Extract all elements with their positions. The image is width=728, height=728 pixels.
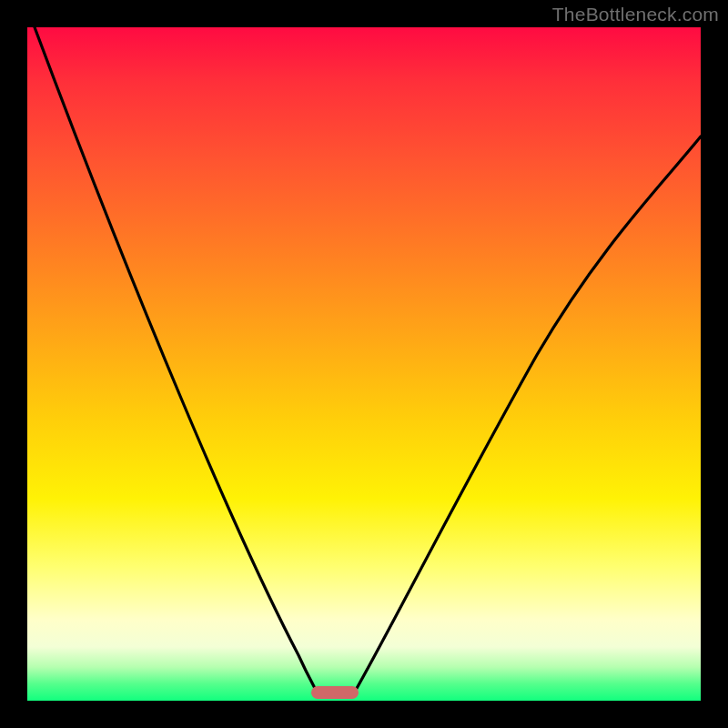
watermark-text: TheBottleneck.com (552, 4, 719, 25)
chart-frame: TheBottleneck.com (0, 0, 728, 728)
min-band-marker (311, 686, 359, 699)
left-curve (35, 27, 317, 692)
right-curve (355, 136, 701, 692)
plot-area (27, 27, 701, 701)
curve-layer (27, 27, 701, 701)
